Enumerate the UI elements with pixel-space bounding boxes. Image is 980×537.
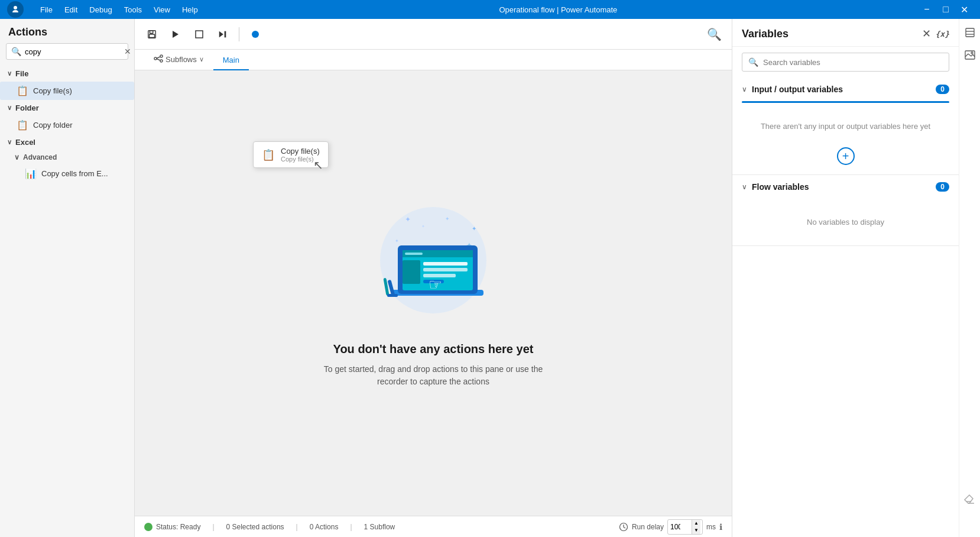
status-divider: | (212, 523, 214, 531)
run-delay-label: Run delay (632, 523, 664, 531)
flow-variables-section: ∨ Flow variables 0 No variables to displ… (732, 175, 959, 246)
titlebar-menu: File Edit Debug Tools View Help (7, 1, 198, 18)
search-input[interactable] (25, 47, 124, 56)
variables-close-button[interactable]: ✕ (922, 27, 931, 40)
save-button[interactable] (142, 24, 162, 44)
tab-subflows-label: Subflows (166, 55, 197, 64)
close-button[interactable]: ✕ (956, 1, 973, 18)
toolbar-separator (239, 27, 239, 41)
chevron-down-icon: ∨ (7, 138, 12, 146)
info-icon[interactable]: ℹ (719, 522, 722, 532)
menu-help[interactable]: Help (182, 5, 198, 14)
copy-folder-icon: 📋 (17, 119, 28, 131)
svg-text:✦: ✦ (445, 216, 450, 222)
status-divider-2: | (296, 523, 298, 531)
add-variable-button[interactable]: + (837, 147, 855, 165)
record-button[interactable] (245, 24, 265, 44)
category-excel[interactable]: ∨ Excel (0, 134, 134, 150)
layers-button[interactable] (961, 24, 979, 41)
minimize-button[interactable]: − (919, 1, 935, 18)
svg-rect-38 (966, 28, 974, 37)
category-folder[interactable]: ∨ Folder (0, 100, 134, 116)
variables-header-controls: ✕ {x} (922, 27, 949, 40)
menu-debug[interactable]: Debug (89, 5, 112, 14)
flow-variables-empty-text: No variables to display (742, 206, 949, 238)
tab-main[interactable]: Main (213, 51, 249, 70)
eraser-button[interactable] (963, 494, 975, 509)
svg-marker-47 (965, 495, 973, 503)
svg-rect-25 (405, 253, 423, 255)
clear-search-icon[interactable]: ✕ (124, 47, 131, 56)
dragged-action-icon: 📋 (262, 148, 275, 161)
svg-point-8 (252, 31, 259, 38)
spinner-up-button[interactable]: ▲ (692, 520, 700, 527)
user-avatar (7, 1, 24, 18)
chevron-down-icon: ∨ (742, 183, 747, 191)
category-folder-label: Folder (15, 103, 39, 112)
stop-button[interactable] (189, 24, 209, 44)
svg-rect-34 (387, 294, 398, 297)
canvas-search-button[interactable]: 🔍 (704, 24, 725, 44)
flow-canvas[interactable]: 📋 Copy file(s) Copy file(s) ↖ ✦ ✦ (135, 70, 732, 516)
run-delay-input-group: ▲ ▼ (667, 519, 703, 535)
action-copy-files-label: Copy file(s) (33, 86, 72, 95)
search-box: 🔍 ✕ (6, 43, 128, 60)
tab-subflows[interactable]: Subflows ∨ (144, 50, 213, 70)
run-delay-unit: ms (706, 523, 716, 531)
actions-list: ∨ File 📋 Copy file(s) ∨ Folder 📋 Copy fo… (0, 66, 134, 537)
status-dot-icon (144, 523, 152, 531)
status-label: Status: Ready (156, 523, 200, 531)
step-button[interactable] (213, 24, 233, 44)
svg-rect-7 (225, 31, 226, 37)
app-body: Actions 🔍 ✕ ∨ File 📋 Copy file(s) ∨ Fold… (0, 19, 980, 537)
chevron-down-icon: ∨ (7, 104, 12, 112)
variables-fx-button[interactable]: {x} (936, 30, 949, 38)
category-excel-label: Excel (15, 138, 35, 147)
category-file[interactable]: ∨ File (0, 66, 134, 82)
flow-panel: 🔍 Subflows ∨ Main 📋 Copy file(s) C (135, 19, 732, 537)
selected-actions-count: 0 Selected actions (226, 523, 284, 531)
svg-rect-27 (423, 262, 468, 266)
action-copy-cells-label: Copy cells from E... (41, 169, 108, 178)
flow-variables-content: No variables to display (732, 199, 959, 245)
flow-variables-count: 0 (936, 182, 949, 192)
action-copy-folder[interactable]: 📋 Copy folder (0, 116, 134, 134)
menu-view[interactable]: View (154, 5, 170, 14)
empty-state-title: You don't have any actions here yet (315, 342, 551, 356)
svg-line-12 (157, 57, 160, 59)
variables-search-input[interactable] (763, 58, 943, 67)
variables-title: Variables (742, 28, 788, 40)
category-file-label: File (15, 69, 28, 78)
copy-files-icon: 📋 (17, 85, 28, 96)
svg-text:✦: ✦ (405, 215, 411, 224)
empty-state: ✦ ✦ ✦ ✦ ✦ ✦ (315, 198, 551, 388)
action-copy-cells[interactable]: 📊 Copy cells from E... (0, 164, 134, 183)
menu-edit[interactable]: Edit (64, 5, 77, 14)
svg-rect-26 (403, 260, 420, 284)
action-copy-files[interactable]: 📋 Copy file(s) (0, 82, 134, 100)
spinner-buttons: ▲ ▼ (692, 520, 700, 534)
flow-variables-section-header[interactable]: ∨ Flow variables 0 (732, 175, 959, 199)
input-output-section-header[interactable]: ∨ Input / output variables 0 (732, 77, 959, 101)
tab-main-label: Main (223, 56, 239, 64)
menu-file[interactable]: File (40, 5, 53, 14)
variables-search-icon: 🔍 (748, 57, 758, 67)
chevron-down-icon[interactable]: ∨ (199, 56, 204, 63)
svg-rect-2 (150, 30, 152, 33)
subcategory-advanced[interactable]: ∨ Advanced (0, 150, 134, 164)
menu-tools[interactable]: Tools (124, 5, 142, 14)
subflows-icon (154, 54, 163, 64)
maximize-button[interactable]: □ (937, 1, 954, 18)
svg-line-37 (624, 527, 625, 528)
svg-point-46 (971, 52, 973, 54)
status-divider-3: | (350, 523, 352, 531)
clock-icon (619, 522, 628, 532)
spinner-down-button[interactable]: ▼ (692, 527, 700, 534)
image-button[interactable] (961, 46, 979, 64)
input-output-section: ∨ Input / output variables 0 There aren'… (732, 77, 959, 175)
run-button[interactable] (166, 24, 186, 44)
svg-line-43 (968, 54, 971, 56)
run-delay-value[interactable] (668, 521, 692, 533)
svg-line-13 (157, 59, 160, 61)
svg-text:☞: ☞ (429, 276, 442, 293)
